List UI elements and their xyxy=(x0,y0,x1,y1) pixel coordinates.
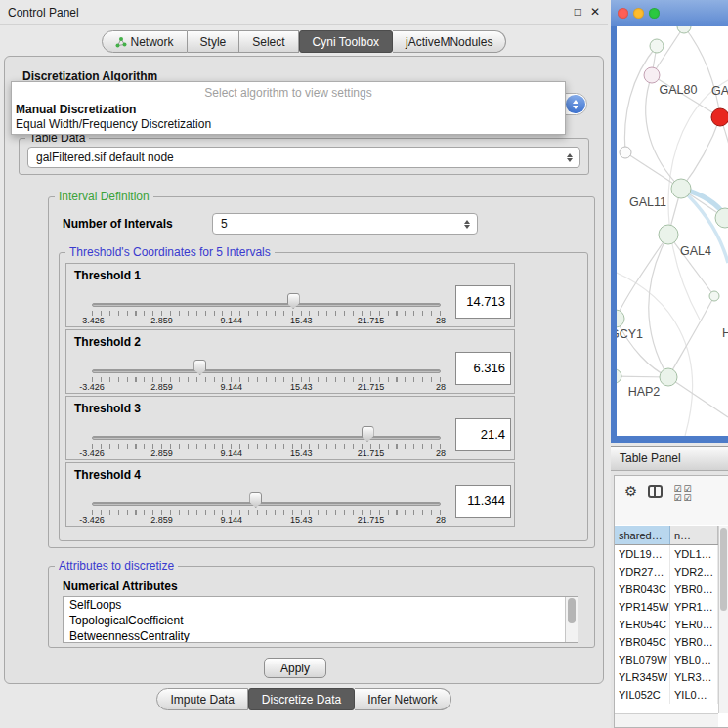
network-node-gal11[interactable] xyxy=(671,179,691,198)
threshold-value-field[interactable]: 21.4 xyxy=(455,418,511,451)
node-label-gal80: GAL80 xyxy=(660,83,698,97)
tab-cyni-toolbox[interactable]: Cyni Toolbox xyxy=(299,30,393,53)
checkbox-icon[interactable]: ☑ xyxy=(673,484,683,493)
table-row[interactable]: YIL052CYIL0… xyxy=(615,686,718,704)
numerical-attributes-label: Numerical Attributes xyxy=(63,579,178,593)
column-header-2[interactable]: n… xyxy=(670,526,718,544)
table-data-select[interactable]: galFiltered.sif default node xyxy=(27,147,580,168)
threshold-slider-track[interactable] xyxy=(92,303,441,307)
threshold-value-field[interactable]: 11.344 xyxy=(455,485,511,518)
table-scrollbar[interactable] xyxy=(718,526,728,713)
tab-style[interactable]: Style xyxy=(188,30,240,53)
scale-label: -3.426 xyxy=(79,515,105,525)
tab-network[interactable]: Network xyxy=(102,30,188,53)
checkbox-icon[interactable]: ☑ xyxy=(673,493,683,503)
table-panel-body: ⚙ ☑☑☑☑ shared…n… YDL19…YDL1…YDR27…YDR2…Y… xyxy=(614,475,728,728)
mac-close-button[interactable] xyxy=(618,8,628,19)
scale-label: 28 xyxy=(436,316,446,325)
slider-scale-labels: -3.4262.8599.14415.4321.71528 xyxy=(92,316,441,326)
table-cell: YPR145W xyxy=(615,598,670,616)
network-node[interactable] xyxy=(709,291,719,301)
scale-label: 28 xyxy=(436,515,446,525)
threshold-label: Threshold 4 xyxy=(74,468,141,482)
gear-icon[interactable]: ⚙ xyxy=(624,484,637,499)
checkbox-icon[interactable]: ☑ xyxy=(683,484,693,493)
scale-label: 28 xyxy=(436,382,446,392)
threshold-value-field[interactable]: 14.713 xyxy=(455,285,511,319)
attribute-list-item[interactable]: BetweennessCentrality xyxy=(64,628,578,643)
slider-scale-labels: -3.4262.8599.14415.4321.71528 xyxy=(92,449,441,459)
table-toolbar: ⚙ ☑☑☑☑ xyxy=(615,476,728,525)
dropdown-option-equal-width-frequency[interactable]: Equal Width/Frequency Discretization xyxy=(12,117,565,132)
network-node-gcy1[interactable] xyxy=(617,310,624,327)
num-intervals-select[interactable]: 5 xyxy=(212,213,478,235)
slider-scale-labels: -3.4262.8599.14415.4321.71528 xyxy=(92,515,441,526)
table-row[interactable]: YDL19…YDL1… xyxy=(615,545,718,563)
tab-jactivemnodules[interactable]: jActiveMNodules xyxy=(393,30,506,53)
network-node[interactable] xyxy=(650,39,664,53)
mac-titlebar xyxy=(611,0,728,26)
threshold-panel-4: Threshold 4-3.4262.8599.14415.4321.71528… xyxy=(65,462,515,527)
checkbox-icon[interactable]: ☑ xyxy=(683,493,693,503)
network-graph: GAL80GAGAL11GAL4GCY1HHAP2 xyxy=(617,26,728,436)
close-window-icon[interactable]: ✕ xyxy=(590,5,600,19)
table-cell: YDR27… xyxy=(615,563,670,580)
apply-button[interactable]: Apply xyxy=(264,658,326,678)
scale-label: 2.859 xyxy=(150,449,173,458)
mac-zoom-button[interactable] xyxy=(649,8,660,19)
numerical-attributes-list: SelfLoopsTopologicalCoefficientBetweenne… xyxy=(63,596,578,643)
threshold-slider-track[interactable] xyxy=(92,502,441,506)
tab-label: Impute Data xyxy=(170,693,234,707)
tab-select[interactable]: Select xyxy=(239,30,298,53)
table-cell: YIL0… xyxy=(670,686,718,704)
table-horizontal-scrollbar[interactable] xyxy=(615,713,718,727)
table-row[interactable]: YBR043CYBR0… xyxy=(615,580,718,598)
table-scrollbar-thumb[interactable] xyxy=(720,528,727,611)
tab-discretize-data[interactable]: Discretize Data xyxy=(248,688,355,710)
table-cell: YLR345W xyxy=(615,668,670,686)
network-node[interactable] xyxy=(711,108,728,126)
table-row[interactable]: YBR045CYBR0… xyxy=(615,633,718,651)
slider-scale-labels: -3.4262.8599.14415.4321.71528 xyxy=(92,382,441,393)
threshold-value-field[interactable]: 6.316 xyxy=(455,352,511,385)
table-cell: YLR3… xyxy=(670,668,718,686)
table-cell: YDL19… xyxy=(615,545,670,563)
network-node-hap2[interactable] xyxy=(660,368,677,386)
spinner-icon xyxy=(562,153,577,162)
table-row[interactable]: YBL079WYBL0… xyxy=(615,651,718,668)
thresholds-group-label: Threshold's Coordinates for 5 Intervals xyxy=(65,245,275,259)
node-label-h: H xyxy=(722,326,728,340)
list-scrollbar[interactable] xyxy=(565,597,578,642)
scale-label: 15.43 xyxy=(290,316,313,325)
network-node[interactable] xyxy=(715,208,728,228)
column-header-1[interactable]: shared… xyxy=(615,526,670,544)
table-row[interactable]: YDR27…YDR2… xyxy=(615,563,718,580)
network-node[interactable] xyxy=(620,147,631,158)
columns-icon[interactable] xyxy=(648,485,663,498)
column-check-icons[interactable]: ☑☑☑☑ xyxy=(673,484,693,503)
table-row[interactable]: YER054CYER0… xyxy=(615,616,718,633)
table-row[interactable]: YPR145WYPR1… xyxy=(615,598,718,616)
spinner-icon xyxy=(459,220,474,229)
list-scrollbar-thumb[interactable] xyxy=(568,598,576,623)
mac-minimize-button[interactable] xyxy=(633,8,644,19)
network-node[interactable] xyxy=(617,369,621,383)
tab-infer-network[interactable]: Infer Network xyxy=(355,688,450,710)
attribute-list-item[interactable]: TopologicalCoefficient xyxy=(64,613,578,628)
threshold-label: Threshold 1 xyxy=(74,269,141,282)
network-icon xyxy=(115,36,127,48)
network-node-gal4[interactable] xyxy=(659,225,678,244)
threshold-slider-track[interactable] xyxy=(92,436,441,440)
dropdown-option-manual-discretization[interactable]: Manual Discretization xyxy=(12,103,565,117)
tab-impute-data[interactable]: Impute Data xyxy=(156,688,247,710)
table-cell: YER054C xyxy=(615,616,670,633)
attribute-list-item[interactable]: SelfLoops xyxy=(64,597,578,613)
network-node-gal80[interactable] xyxy=(644,67,660,83)
threshold-slider-track[interactable] xyxy=(92,369,441,373)
scale-label: 2.859 xyxy=(150,515,173,525)
float-window-icon[interactable]: □ xyxy=(575,5,581,19)
network-canvas[interactable]: GAL80GAGAL11GAL4GCY1HHAP2 xyxy=(617,26,728,436)
attributes-group: Attributes to discretize Numerical Attri… xyxy=(48,566,595,648)
table-cell: YIL052C xyxy=(615,686,670,704)
table-row[interactable]: YLR345WYLR3… xyxy=(615,668,718,686)
